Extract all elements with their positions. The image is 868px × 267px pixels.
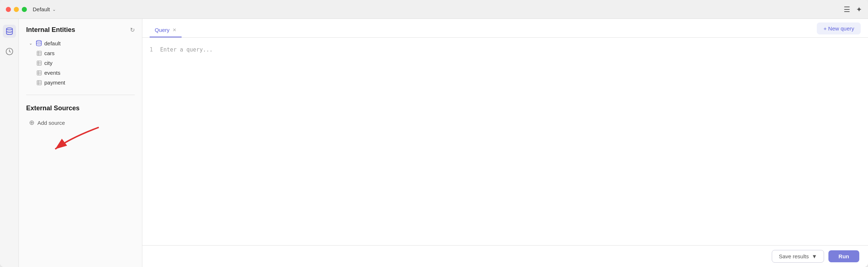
tree-city-label: city <box>44 60 53 66</box>
svg-point-2 <box>36 41 41 42</box>
internal-entities-section: Internal Entities ↻ ⌄ default <box>19 19 142 91</box>
svg-point-0 <box>6 28 12 30</box>
tree-item-cars[interactable]: cars <box>26 48 135 58</box>
external-sources-title: External Sources <box>26 104 80 112</box>
chevron-down-icon: ▼ <box>812 253 817 259</box>
tree-events-label: events <box>44 70 60 76</box>
table-icon <box>36 60 42 66</box>
tab-bar: Query ✕ + New query <box>142 19 868 38</box>
titlebar-right: ☰ ✦ <box>844 5 862 14</box>
tree-item-city[interactable]: city <box>26 58 135 68</box>
right-panel: Query ✕ + New query 1 Enter a query... S… <box>142 19 868 267</box>
tree-cars-label: cars <box>44 50 54 56</box>
minimize-button[interactable] <box>14 7 19 12</box>
table-icon <box>36 80 42 86</box>
add-source-label: Add source <box>37 120 65 126</box>
sidebar-item-history[interactable] <box>3 45 16 58</box>
tab-close-icon[interactable]: ✕ <box>173 27 177 33</box>
tree-payment-label: payment <box>44 79 65 86</box>
sidebar-item-database[interactable] <box>3 25 16 38</box>
internal-entities-header: Internal Entities ↻ <box>26 26 135 34</box>
traffic-lights <box>6 7 27 12</box>
tree-item-events[interactable]: events <box>26 68 135 78</box>
tree-default-label: default <box>44 40 61 46</box>
left-panel: Internal Entities ↻ ⌄ default <box>19 19 142 267</box>
tab-query-label: Query <box>155 27 170 33</box>
table-icon <box>36 50 42 56</box>
icon-sidebar <box>0 19 19 267</box>
settings-icon[interactable]: ☰ <box>844 5 850 14</box>
svg-rect-11 <box>37 71 41 75</box>
annotation-arrow <box>48 124 121 160</box>
tree-item-default[interactable]: ⌄ default <box>26 38 135 48</box>
query-editor[interactable]: 1 Enter a query... <box>142 38 868 245</box>
svg-rect-7 <box>37 61 41 65</box>
save-results-label: Save results <box>779 253 809 259</box>
chevron-down-icon: ⌄ <box>29 41 34 46</box>
svg-rect-15 <box>37 81 41 85</box>
tab-query[interactable]: Query ✕ <box>150 23 182 37</box>
refresh-icon[interactable]: ↻ <box>130 26 135 33</box>
maximize-button[interactable] <box>22 7 27 12</box>
tabs-container: Query ✕ <box>150 23 182 37</box>
table-icon <box>36 70 42 76</box>
close-button[interactable] <box>6 7 11 12</box>
run-button[interactable]: Run <box>828 250 859 262</box>
add-source-button[interactable]: ⊕ Add source <box>26 116 135 129</box>
new-query-button[interactable]: + New query <box>817 22 861 34</box>
app-name[interactable]: Default ⌄ <box>33 6 56 12</box>
add-source-container: ⊕ Add source <box>26 116 135 129</box>
titlebar: Default ⌄ ☰ ✦ <box>0 0 868 19</box>
sparkle-icon[interactable]: ✦ <box>856 5 862 14</box>
bottom-bar: Save results ▼ Run <box>142 245 868 267</box>
line-number-1: 1 <box>150 45 153 55</box>
section-divider <box>26 95 135 95</box>
app-name-label: Default <box>33 6 50 12</box>
line-numbers: 1 <box>150 45 160 238</box>
query-placeholder: Enter a query... <box>160 45 213 238</box>
chevron-down-icon: ⌄ <box>52 7 56 12</box>
plus-circle-icon: ⊕ <box>29 119 35 127</box>
save-results-button[interactable]: Save results ▼ <box>772 250 824 263</box>
tree-item-payment[interactable]: payment <box>26 78 135 87</box>
database-icon <box>36 40 42 46</box>
external-sources-section: External Sources ⊕ Add source <box>19 99 142 135</box>
external-sources-header: External Sources <box>26 104 135 112</box>
main-content: Internal Entities ↻ ⌄ default <box>0 19 868 267</box>
internal-entities-title: Internal Entities <box>26 26 75 34</box>
svg-rect-3 <box>37 51 41 56</box>
